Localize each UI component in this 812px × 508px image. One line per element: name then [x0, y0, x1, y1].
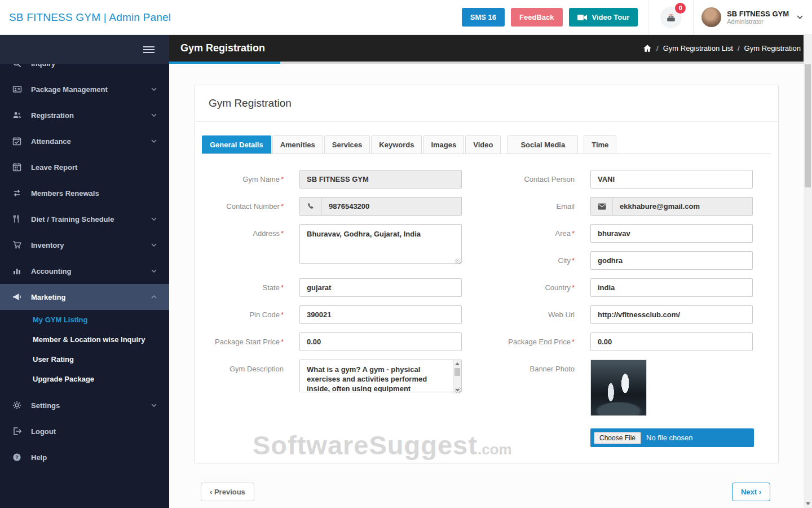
country-field[interactable] [590, 278, 753, 297]
pin-code-field[interactable] [299, 305, 462, 324]
cart-icon [12, 240, 31, 249]
chevron-down-icon [151, 87, 157, 91]
home-icon[interactable] [643, 44, 652, 52]
banner-photo-image [590, 360, 647, 416]
chevron-down-icon [151, 113, 157, 117]
main-content: Gym Registration General Details Ameniti… [169, 64, 812, 508]
page-title: Gym Registration [180, 42, 265, 54]
sidebar-item-settings[interactable]: Settings [0, 392, 169, 418]
tab-general-details[interactable]: General Details [202, 135, 271, 154]
area-field[interactable] [590, 224, 753, 243]
marketing-submenu: My GYM Listing Member & Location wise In… [0, 310, 169, 389]
contact-person-label: Contact Person [478, 170, 575, 183]
pin-code-label: Pin Code* [202, 305, 284, 319]
envelope-icon [590, 197, 613, 216]
tab-social-media[interactable]: Social Media [508, 135, 578, 154]
sidebar-item-marketing[interactable]: Marketing [0, 284, 169, 310]
breadcrumb-separator: / [656, 44, 659, 52]
phone-icon [299, 197, 322, 216]
sidebar-item-logout[interactable]: Logout [0, 418, 169, 444]
general-details-form: Gym Name* Contact Person Contact Number*… [195, 154, 778, 447]
chevron-down-icon [151, 269, 157, 273]
state-field[interactable] [299, 278, 462, 297]
sidebar-item-label: Marketing [31, 293, 65, 301]
resize-handle[interactable] [455, 259, 461, 264]
choose-file-button[interactable]: Choose File [594, 432, 641, 444]
scrollbar-thumb[interactable] [805, 64, 811, 187]
sidebar-item-accounting[interactable]: Accounting [0, 258, 169, 284]
sidebar-item-registration[interactable]: Registration [0, 102, 169, 128]
breadcrumb-current: Gym Registration [744, 44, 801, 52]
users-icon [12, 111, 31, 120]
sidebar-menu: Inquiry Package Management Registration … [0, 50, 169, 470]
sidebar-item-diet-training-schedule[interactable]: Diet / Training Schedule [0, 206, 169, 232]
file-upload[interactable]: Choose File No file chosen [590, 428, 754, 447]
submenu-item-my-gym-listing[interactable]: My GYM Listing [0, 310, 169, 330]
birthday-notification-button[interactable]: 0 [648, 0, 694, 35]
submenu-item-upgrade-package[interactable]: Upgrade Package [0, 369, 169, 389]
package-end-price-field[interactable] [590, 332, 753, 351]
user-role: Administrator [727, 18, 789, 25]
email-label: Email [478, 197, 575, 211]
tab-video[interactable]: Video [465, 135, 501, 154]
video-camera-icon [577, 14, 588, 21]
form-tabs: General Details Amenities Services Keywo… [202, 135, 771, 154]
chevron-down-icon [151, 139, 157, 143]
sidebar-item-inventory[interactable]: Inventory [0, 232, 169, 258]
contact-number-label: Contact Number* [202, 197, 284, 211]
tab-services[interactable]: Services [324, 135, 370, 154]
sidebar-item-label: Accounting [31, 267, 72, 275]
tab-amenities[interactable]: Amenities [272, 135, 323, 154]
sidebar-item-label: Settings [31, 401, 60, 410]
tab-images[interactable]: Images [423, 135, 464, 154]
sidebar-item-label: Help [31, 453, 47, 462]
city-field[interactable] [590, 251, 753, 270]
sidebar-item-members-renewals[interactable]: Members Renewals [0, 180, 169, 206]
avatar [701, 7, 721, 27]
sidebar-item-label: Leave Report [31, 163, 77, 172]
header-underline [169, 62, 812, 64]
sidebar-item-attendance[interactable]: Attendance [0, 128, 169, 154]
contact-number-field[interactable] [322, 197, 462, 216]
email-field[interactable] [613, 197, 753, 216]
menu-toggle-button[interactable] [143, 46, 155, 54]
gym-description-field[interactable]: What is a gym? A gym - physical exercise… [299, 360, 462, 392]
page-scrollbar[interactable] [804, 35, 812, 508]
sidebar-item-label: Inventory [31, 241, 64, 249]
svg-text:?: ? [15, 454, 19, 460]
sidebar-item-help[interactable]: ? Help [0, 444, 169, 470]
sidebar-item-package-management[interactable]: Package Management [0, 76, 169, 102]
topbar: SB FITNESS GYM | Admin Panel SMS 16 Feed… [0, 0, 812, 35]
topbar-actions: SMS 16 FeedBack Video Tour 0 SB FITNESS … [462, 0, 812, 34]
scroll-up-icon[interactable] [453, 360, 461, 367]
tab-keywords[interactable]: Keywords [371, 135, 422, 154]
sidebar-item-label: Attendance [31, 137, 71, 146]
next-button[interactable]: Next › [732, 483, 770, 501]
previous-button[interactable]: ‹ Previous [201, 483, 254, 501]
profile-menu[interactable]: SB FITNESS GYM Administrator [694, 7, 812, 27]
breadcrumb-link-list[interactable]: Gym Registration List [663, 44, 733, 52]
gym-name-label: Gym Name* [202, 170, 284, 183]
video-tour-button[interactable]: Video Tour [569, 8, 638, 27]
help-icon: ? [12, 453, 31, 462]
tab-time[interactable]: Time [584, 135, 616, 154]
submenu-item-member-location-inquiry[interactable]: Member & Location wise Inquiry [0, 330, 169, 349]
scroll-down-icon[interactable] [804, 500, 812, 508]
web-url-field[interactable] [590, 305, 753, 324]
sidebar-item-leave-report[interactable]: Leave Report [0, 154, 169, 180]
notification-badge: 0 [675, 3, 686, 14]
contact-person-field[interactable] [590, 170, 753, 189]
feedback-button[interactable]: FeedBack [511, 8, 562, 27]
page-header: Gym Registration / Gym Registration List… [169, 35, 812, 62]
breadcrumb-separator: / [738, 44, 740, 52]
resize-handle[interactable] [455, 387, 461, 393]
banner-photo-label: Banner Photo [478, 360, 575, 373]
package-start-price-field[interactable] [299, 332, 462, 351]
address-field[interactable]: Bhuravav, Godhra, Gujarat, India [299, 224, 462, 264]
id-card-icon [12, 85, 31, 94]
gym-name-field[interactable] [299, 170, 462, 189]
banner-photo-section: Choose File No file chosen [590, 360, 753, 447]
sms-button[interactable]: SMS 16 [462, 8, 505, 27]
scrollbar-thumb[interactable] [454, 368, 460, 376]
submenu-item-user-rating[interactable]: User Rating [0, 349, 169, 369]
